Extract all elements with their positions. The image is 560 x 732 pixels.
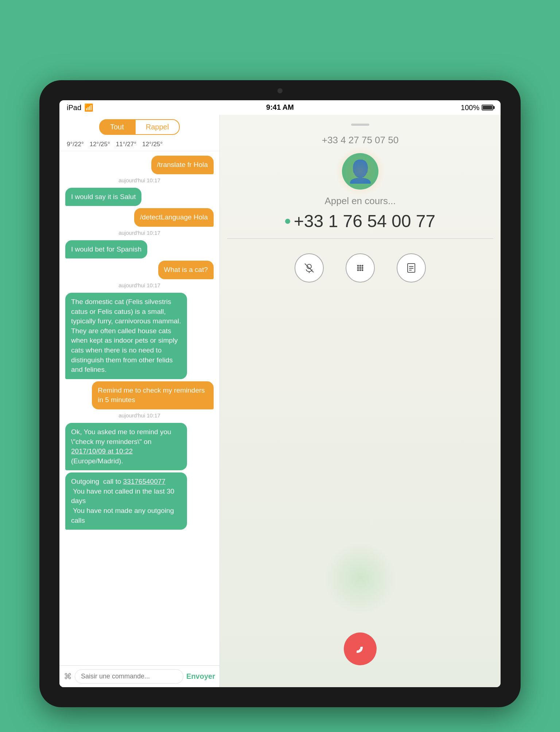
drag-handle[interactable] — [351, 124, 369, 126]
msg-time-0: aujourd'hui 10:17 — [65, 177, 214, 183]
status-time: 9:41 AM — [266, 103, 294, 112]
msg-time-1: aujourd'hui 10:17 — [65, 230, 214, 236]
weather-2: 12°/25° — [90, 141, 110, 148]
call-panel: +33 4 27 75 07 50 👤 Appel en cours... +3… — [220, 115, 501, 687]
message-5: I would bet for Spanish — [65, 240, 147, 259]
svg-point-6 — [357, 267, 359, 269]
svg-point-5 — [362, 265, 363, 267]
caller-avatar: 👤 — [342, 153, 378, 190]
send-button[interactable]: Envoyer — [186, 672, 215, 681]
tab-bar: Tout Rappel — [59, 115, 219, 139]
link-date[interactable]: 2017/10/09 at 10:22 — [71, 447, 133, 455]
mute-button[interactable] — [295, 253, 324, 283]
call-controls — [220, 239, 501, 297]
wifi-icon: 📶 — [84, 103, 93, 112]
svg-point-7 — [359, 267, 361, 269]
call-glow — [324, 541, 397, 614]
svg-point-4 — [359, 265, 361, 267]
msg-time-3: aujourd'hui 10:17 — [65, 412, 214, 418]
weather-4: 12°/25° — [142, 141, 163, 148]
call-top: +33 4 27 75 07 50 👤 Appel en cours... +3… — [220, 115, 501, 238]
call-end-area — [344, 632, 377, 665]
status-bar: iPad 📶 9:41 AM 100% — [59, 100, 501, 115]
message-9: Remind me to check my reminders in 5 min… — [92, 381, 214, 409]
svg-point-8 — [362, 267, 363, 269]
tablet-device: iPad 📶 9:41 AM 100% Tout Rappel — [39, 80, 521, 707]
weather-1: 9°/22° — [67, 141, 84, 148]
device-label: iPad — [67, 104, 81, 112]
chat-panel: Tout Rappel 9°/22° 12°/25° 11°/27° 12°/2… — [59, 115, 220, 687]
tab-rappel[interactable]: Rappel — [135, 119, 180, 135]
messages-area[interactable]: /translate fr Hola aujourd'hui 10:17 I w… — [59, 151, 219, 665]
message-8: The domestic cat (Felis silvestris catus… — [65, 293, 187, 379]
notes-button[interactable] — [397, 253, 426, 283]
message-12: Outgoing call to 33176540077 You have no… — [65, 472, 187, 530]
weather-3: 11°/27° — [116, 141, 136, 148]
tab-tout[interactable]: Tout — [99, 119, 135, 135]
message-3: /detectLanguage Hola — [134, 208, 214, 227]
camera-dot — [277, 88, 283, 93]
command-icon: ⌘ — [64, 672, 72, 681]
avatar-icon: 👤 — [347, 159, 374, 184]
end-call-button[interactable] — [344, 632, 377, 665]
svg-point-11 — [362, 269, 363, 271]
msg-time-2: aujourd'hui 10:17 — [65, 282, 214, 288]
battery-icon — [482, 105, 493, 110]
keypad-button[interactable] — [346, 253, 375, 283]
svg-point-3 — [357, 265, 359, 267]
message-6: What is a cat? — [158, 261, 214, 279]
command-input[interactable] — [75, 669, 183, 684]
call-display-number: +33 4 27 75 07 50 — [322, 135, 398, 146]
message-0: /translate fr Hola — [151, 156, 214, 174]
svg-point-9 — [357, 269, 359, 271]
svg-point-10 — [359, 269, 361, 271]
link-phone[interactable]: 33176540077 — [123, 478, 166, 485]
weather-row: 9°/22° 12°/25° 11°/27° 12°/25° — [59, 139, 219, 151]
svg-line-2 — [305, 264, 314, 272]
screen-content: Tout Rappel 9°/22° 12°/25° 11°/27° 12°/2… — [59, 115, 501, 687]
message-11: Ok, You asked me to remind you \"check m… — [65, 423, 187, 470]
message-2: I would say it is Salut — [65, 188, 141, 206]
call-active-number: +33 1 76 54 00 77 — [285, 211, 435, 231]
active-indicator — [285, 219, 290, 224]
input-bar: ⌘ Envoyer — [59, 665, 219, 687]
call-status: Appel en cours... — [324, 195, 396, 207]
battery-pct: 100% — [461, 104, 479, 112]
tablet-screen: iPad 📶 9:41 AM 100% Tout Rappel — [59, 100, 501, 687]
status-left: iPad 📶 — [67, 103, 93, 112]
status-right: 100% — [461, 104, 493, 112]
